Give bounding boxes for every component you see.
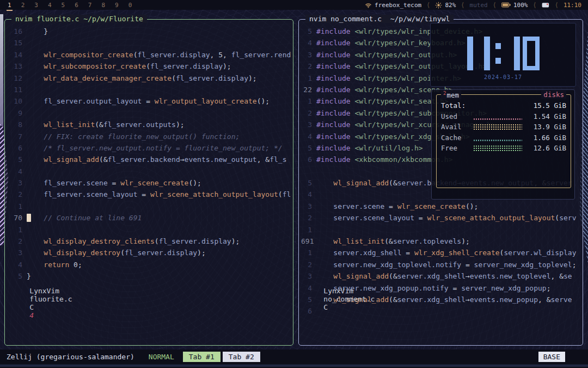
line-text: wl_display_destroy(fl_server.display); (22, 247, 292, 258)
line-number: 12 (7, 73, 22, 84)
line-text: // FIX: create fluorite_new_output() fun… (22, 131, 292, 142)
pane-title-right: nvim no_comment.c ~/p/w/w/tinywl (305, 15, 454, 23)
code-line[interactable]: 2 wl_display_destroy_clients(fl_server.d… (7, 236, 292, 247)
code-line[interactable]: 8 wl_list_init(&fl_server.outputs); (7, 119, 292, 130)
filetype-label: C (29, 303, 34, 311)
code-line[interactable]: 1 (7, 201, 292, 212)
code-line[interactable]: 11 (7, 84, 292, 95)
mem-total-row: Total: 15.5 GiB (441, 100, 566, 111)
mem-bar (473, 134, 522, 141)
workspace-number[interactable]: 2 (21, 2, 25, 9)
code-line[interactable]: 7 // FIX: create fluorite_new_output() f… (7, 131, 292, 142)
code-line[interactable]: 2 server.scene_layout = wlr_scene_attach… (301, 212, 582, 224)
line-number: 3 (301, 201, 312, 212)
line-text: return 0; (22, 259, 292, 270)
code-line[interactable]: 691 wl_list_init(&server.toplevels); (301, 236, 582, 247)
code-line[interactable]: 1 (301, 224, 582, 236)
clock-digit (514, 37, 520, 70)
workspace-number[interactable]: 3 (34, 2, 38, 9)
code-line[interactable]: 5 wl_signal_add(&fl_server.backend→event… (7, 154, 292, 165)
code-line[interactable]: 3 wl_display_destroy(fl_server.display); (7, 247, 292, 258)
memory-widget: 2mem disks Total: 15.5 GiB Used1.54 GiBA… (436, 94, 571, 188)
disks-tab[interactable]: disks (541, 91, 566, 99)
line-number: 11 (7, 84, 22, 95)
line-number: 3 (7, 247, 22, 258)
line-text: wl_display_destroy_clients(fl_server.dis… (22, 236, 292, 247)
line-text: fl_server.output_layout = wlr_output_lay… (22, 95, 292, 107)
tab-active[interactable]: Tab #1 (183, 352, 220, 362)
tab-inactive[interactable]: Tab #2 (223, 352, 260, 362)
code-line[interactable]: 3 fl_server.scene = wlr_scene_create(); (7, 177, 292, 189)
line-text: wl_list_init(&server.toplevels); (312, 236, 582, 247)
line-number: 3 (301, 49, 312, 61)
code-line[interactable]: 4 return 0; (7, 259, 292, 270)
camera-icon (542, 2, 550, 8)
mem-row-value: 1.66 GiB (526, 134, 566, 142)
mem-row-value: 12.6 GiB (526, 144, 566, 152)
wifi-icon (365, 2, 372, 9)
workspace-number[interactable]: 0 (128, 2, 132, 9)
code-line[interactable]: 4 (7, 166, 292, 177)
workspace-number[interactable]: 8 (101, 2, 105, 9)
brightness-module[interactable]: 82% (435, 2, 456, 9)
code-line[interactable]: 10 fl_server.output_layout = wlr_output_… (7, 95, 292, 107)
workspace-number[interactable]: 1 (8, 2, 11, 9)
code-line[interactable]: 16 } (7, 26, 292, 37)
line-text: wlr_data_device_manager_create(fl_server… (22, 73, 292, 84)
mem-tab[interactable]: 2mem (441, 91, 461, 99)
line-text: server.xdg_shell = wlr_xdg_shell_create(… (312, 247, 582, 258)
workspace-number[interactable]: 7 (88, 2, 92, 9)
code-line[interactable]: 1 (7, 224, 292, 236)
line-number: 9 (7, 107, 22, 119)
workspace-number[interactable]: 9 (115, 2, 119, 9)
line-text: server.new_xdg_toplevel.notify = server_… (312, 259, 582, 270)
layout-badge[interactable]: BASE (538, 352, 565, 362)
mute-indicator[interactable]: muted (470, 2, 488, 9)
code-line[interactable]: 1 server.xdg_shell = wlr_xdg_shell_creat… (301, 247, 582, 258)
code-line[interactable]: 6 /* fl_server.new_output.notify = fluor… (7, 142, 292, 154)
separator-glyph: ⟨ (426, 1, 430, 9)
line-number: 6 (7, 142, 22, 154)
clock-time-topbar: 11:10 (564, 2, 581, 9)
code-line[interactable]: 14 wlr_compositor_create(fl_server.displ… (7, 49, 292, 61)
workspace-number[interactable]: 4 (48, 2, 52, 9)
line-text: wlr_compositor_create(fl_server.display,… (22, 49, 292, 61)
line-number: 2 (7, 236, 22, 247)
mem-row: Used1.54 GiB (441, 111, 566, 122)
code-line[interactable]: 12 wlr_data_device_manager_create(fl_ser… (7, 73, 292, 84)
code-line[interactable]: 13 wlr_subcompositor_create(fl_server.di… (7, 61, 292, 72)
statusline-right: LynxVim no_comment.c C (307, 279, 384, 328)
status-modules: freebox_tecom ⟨ 82% ⟨ muted ⟨ 100% ⟨ (365, 1, 588, 9)
line-number: 5 (7, 154, 22, 165)
code-line[interactable]: 2 server.new_xdg_toplevel.notify = serve… (301, 259, 582, 270)
mem-total-value: 15.5 GiB (526, 101, 566, 110)
code-line[interactable]: 15 (7, 37, 292, 49)
line-number: 4 (7, 259, 22, 270)
line-number: 15 (7, 37, 22, 49)
recorder-module[interactable] (542, 2, 550, 8)
code-line[interactable]: 2 fl_server.scene_layout = wlr_scene_att… (7, 189, 292, 200)
battery-module[interactable]: 100% (501, 2, 528, 9)
battery-icon (501, 2, 511, 8)
line-number: 2 (7, 189, 22, 200)
mem-row: Free12.6 GiB (441, 143, 566, 154)
line-number: 1 (7, 201, 22, 212)
line-number: 1 (7, 224, 22, 236)
line-number: 4 (301, 131, 312, 142)
code-line[interactable]: 3 server.scene = wlr_scene_create(); (301, 201, 582, 212)
code-line[interactable]: 9 (7, 107, 292, 119)
line-number: 3 (7, 177, 22, 189)
mem-row-label: Free (441, 144, 469, 152)
pane-left-nvim[interactable]: nvim fluorite.c ~/p/w/Fluorite 16 }1514 … (4, 19, 293, 346)
wallpaper-edge-highlight-left (0, 14, 3, 126)
mem-bar (473, 113, 522, 120)
workspace-number[interactable]: 5 (62, 2, 65, 9)
wifi-module[interactable]: freebox_tecom (365, 2, 421, 9)
line-number: 8 (7, 119, 22, 130)
mem-row-value: 13.9 GiB (526, 123, 566, 131)
separator-glyph: ⟨ (532, 1, 536, 9)
line-number: 16 (7, 26, 22, 37)
brightness-value: 82% (445, 2, 456, 9)
workspace-number[interactable]: 6 (75, 2, 78, 9)
code-line[interactable]: 70 // Continue at line 691 (7, 212, 292, 224)
